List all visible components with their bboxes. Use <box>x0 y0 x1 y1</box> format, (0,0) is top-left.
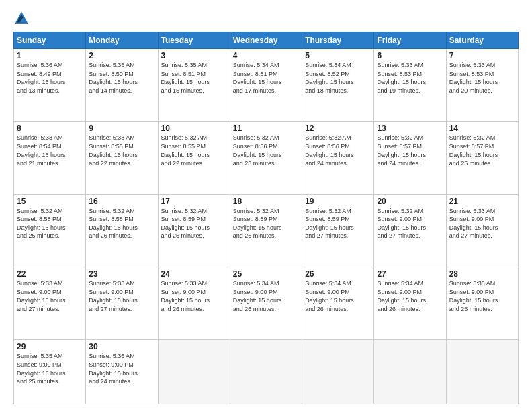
day-info: Sunrise: 5:32 AM Sunset: 8:56 PM Dayligh… <box>305 134 371 167</box>
day-info: Sunrise: 5:35 AM Sunset: 8:51 PM Dayligh… <box>161 61 227 95</box>
day-number: 24 <box>161 269 227 279</box>
calendar-header-row: SundayMondayTuesdayWednesdayThursdayFrid… <box>14 32 519 49</box>
calendar-header-sunday: Sunday <box>14 32 86 49</box>
calendar-cell: 26Sunrise: 5:34 AM Sunset: 9:00 PM Dayli… <box>302 267 374 339</box>
calendar-cell: 23Sunrise: 5:33 AM Sunset: 9:00 PM Dayli… <box>86 267 158 339</box>
day-info: Sunrise: 5:34 AM Sunset: 9:00 PM Dayligh… <box>377 279 443 313</box>
day-info: Sunrise: 5:36 AM Sunset: 9:00 PM Dayligh… <box>89 352 154 385</box>
calendar-header-thursday: Thursday <box>302 32 374 49</box>
logo <box>13 10 32 26</box>
day-info: Sunrise: 5:32 AM Sunset: 8:59 PM Dayligh… <box>305 207 371 240</box>
header <box>13 10 519 26</box>
calendar-cell: 5Sunrise: 5:34 AM Sunset: 8:52 PM Daylig… <box>302 49 374 122</box>
day-info: Sunrise: 5:33 AM Sunset: 9:00 PM Dayligh… <box>89 279 154 313</box>
day-info: Sunrise: 5:32 AM Sunset: 8:55 PM Dayligh… <box>161 134 227 167</box>
calendar-cell: 1Sunrise: 5:36 AM Sunset: 8:49 PM Daylig… <box>14 49 86 122</box>
day-number: 14 <box>449 124 515 133</box>
calendar-table: SundayMondayTuesdayWednesdayThursdayFrid… <box>13 32 519 404</box>
calendar-body: 1Sunrise: 5:36 AM Sunset: 8:49 PM Daylig… <box>14 49 519 404</box>
calendar-cell: 2Sunrise: 5:35 AM Sunset: 8:50 PM Daylig… <box>86 49 158 122</box>
day-info: Sunrise: 5:34 AM Sunset: 8:52 PM Dayligh… <box>305 61 371 95</box>
calendar-cell: 28Sunrise: 5:35 AM Sunset: 9:00 PM Dayli… <box>446 267 518 339</box>
day-number: 13 <box>377 124 443 133</box>
day-number: 12 <box>305 124 371 133</box>
calendar-cell: 16Sunrise: 5:32 AM Sunset: 8:58 PM Dayli… <box>86 194 158 267</box>
calendar-cell <box>302 340 374 404</box>
day-info: Sunrise: 5:33 AM Sunset: 9:00 PM Dayligh… <box>449 207 515 240</box>
day-info: Sunrise: 5:35 AM Sunset: 8:50 PM Dayligh… <box>89 61 154 95</box>
day-number: 27 <box>377 269 443 279</box>
calendar-header-saturday: Saturday <box>446 32 518 49</box>
calendar-cell: 15Sunrise: 5:32 AM Sunset: 8:58 PM Dayli… <box>14 194 86 267</box>
day-number: 8 <box>17 124 83 133</box>
day-number: 11 <box>233 124 299 133</box>
calendar-cell: 6Sunrise: 5:33 AM Sunset: 8:53 PM Daylig… <box>374 49 446 122</box>
day-info: Sunrise: 5:33 AM Sunset: 8:53 PM Dayligh… <box>377 61 443 95</box>
day-info: Sunrise: 5:33 AM Sunset: 8:53 PM Dayligh… <box>449 61 515 95</box>
calendar-cell <box>158 340 230 404</box>
calendar-cell: 3Sunrise: 5:35 AM Sunset: 8:51 PM Daylig… <box>158 49 230 122</box>
day-number: 25 <box>233 269 299 279</box>
calendar-week-row: 1Sunrise: 5:36 AM Sunset: 8:49 PM Daylig… <box>14 49 519 122</box>
logo-icon <box>13 10 30 26</box>
calendar-cell <box>230 340 302 404</box>
day-info: Sunrise: 5:32 AM Sunset: 8:59 PM Dayligh… <box>161 207 227 240</box>
day-info: Sunrise: 5:33 AM Sunset: 9:00 PM Dayligh… <box>161 279 227 313</box>
calendar-header-wednesday: Wednesday <box>230 32 302 49</box>
calendar-header-tuesday: Tuesday <box>158 32 230 49</box>
calendar-cell: 20Sunrise: 5:32 AM Sunset: 9:00 PM Dayli… <box>374 194 446 267</box>
day-number: 17 <box>161 197 227 206</box>
page: SundayMondayTuesdayWednesdayThursdayFrid… <box>0 0 532 411</box>
calendar-week-row: 15Sunrise: 5:32 AM Sunset: 8:58 PM Dayli… <box>14 194 519 267</box>
calendar-cell <box>374 340 446 404</box>
day-info: Sunrise: 5:35 AM Sunset: 9:00 PM Dayligh… <box>449 279 515 313</box>
day-number: 23 <box>89 269 154 279</box>
calendar-cell: 8Sunrise: 5:33 AM Sunset: 8:54 PM Daylig… <box>14 122 86 194</box>
calendar-cell: 29Sunrise: 5:35 AM Sunset: 9:00 PM Dayli… <box>14 340 86 404</box>
calendar-cell <box>446 340 518 404</box>
day-number: 3 <box>161 51 227 60</box>
day-info: Sunrise: 5:32 AM Sunset: 8:57 PM Dayligh… <box>377 134 443 167</box>
day-number: 4 <box>233 51 299 60</box>
calendar-cell: 25Sunrise: 5:34 AM Sunset: 9:00 PM Dayli… <box>230 267 302 339</box>
day-info: Sunrise: 5:34 AM Sunset: 9:00 PM Dayligh… <box>233 279 299 313</box>
calendar-cell: 22Sunrise: 5:33 AM Sunset: 9:00 PM Dayli… <box>14 267 86 339</box>
day-info: Sunrise: 5:33 AM Sunset: 8:55 PM Dayligh… <box>89 134 154 167</box>
calendar-cell: 12Sunrise: 5:32 AM Sunset: 8:56 PM Dayli… <box>302 122 374 194</box>
day-number: 6 <box>377 51 443 60</box>
day-info: Sunrise: 5:32 AM Sunset: 9:00 PM Dayligh… <box>377 207 443 240</box>
day-number: 1 <box>17 51 83 60</box>
calendar-cell: 11Sunrise: 5:32 AM Sunset: 8:56 PM Dayli… <box>230 122 302 194</box>
calendar-week-row: 8Sunrise: 5:33 AM Sunset: 8:54 PM Daylig… <box>14 122 519 194</box>
calendar-cell: 17Sunrise: 5:32 AM Sunset: 8:59 PM Dayli… <box>158 194 230 267</box>
day-number: 19 <box>305 197 371 206</box>
calendar-cell: 10Sunrise: 5:32 AM Sunset: 8:55 PM Dayli… <box>158 122 230 194</box>
calendar-cell: 7Sunrise: 5:33 AM Sunset: 8:53 PM Daylig… <box>446 49 518 122</box>
day-number: 29 <box>17 342 83 351</box>
calendar-header-friday: Friday <box>374 32 446 49</box>
day-number: 30 <box>89 342 154 351</box>
day-info: Sunrise: 5:35 AM Sunset: 9:00 PM Dayligh… <box>17 352 83 385</box>
day-number: 22 <box>17 269 83 279</box>
calendar-week-row: 29Sunrise: 5:35 AM Sunset: 9:00 PM Dayli… <box>14 340 519 404</box>
calendar-cell: 21Sunrise: 5:33 AM Sunset: 9:00 PM Dayli… <box>446 194 518 267</box>
day-info: Sunrise: 5:32 AM Sunset: 8:59 PM Dayligh… <box>233 207 299 240</box>
day-info: Sunrise: 5:34 AM Sunset: 9:00 PM Dayligh… <box>305 279 371 313</box>
day-number: 26 <box>305 269 371 279</box>
day-info: Sunrise: 5:33 AM Sunset: 9:00 PM Dayligh… <box>17 279 83 313</box>
day-number: 2 <box>89 51 154 60</box>
calendar-cell: 19Sunrise: 5:32 AM Sunset: 8:59 PM Dayli… <box>302 194 374 267</box>
day-number: 9 <box>89 124 154 133</box>
day-info: Sunrise: 5:34 AM Sunset: 8:51 PM Dayligh… <box>233 61 299 95</box>
day-info: Sunrise: 5:32 AM Sunset: 8:56 PM Dayligh… <box>233 134 299 167</box>
day-info: Sunrise: 5:32 AM Sunset: 8:58 PM Dayligh… <box>89 207 154 240</box>
day-number: 7 <box>449 51 515 60</box>
day-number: 15 <box>17 197 83 206</box>
day-number: 5 <box>305 51 371 60</box>
day-info: Sunrise: 5:32 AM Sunset: 8:58 PM Dayligh… <box>17 207 83 240</box>
day-number: 20 <box>377 197 443 206</box>
calendar-cell: 14Sunrise: 5:32 AM Sunset: 8:57 PM Dayli… <box>446 122 518 194</box>
calendar-cell: 24Sunrise: 5:33 AM Sunset: 9:00 PM Dayli… <box>158 267 230 339</box>
calendar-header-monday: Monday <box>86 32 158 49</box>
day-number: 10 <box>161 124 227 133</box>
